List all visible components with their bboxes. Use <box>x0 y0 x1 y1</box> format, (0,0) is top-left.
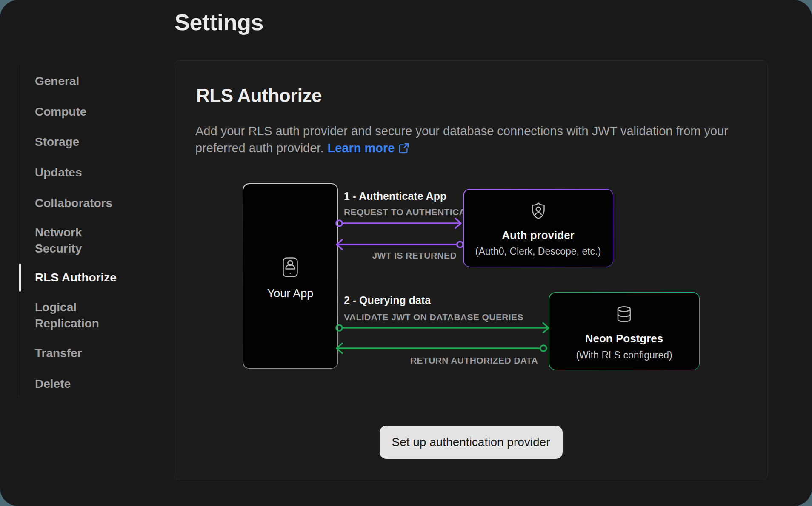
sidebar-item-label: Security <box>35 241 150 257</box>
sidebar-rule <box>20 65 20 397</box>
return-data-arrow <box>330 340 549 357</box>
your-app-box: Your App <box>243 183 338 369</box>
sidebar-active-indicator <box>19 264 21 292</box>
sidebar-item-rls-authorize[interactable]: RLS Authorize <box>35 270 150 286</box>
sidebar-item-updates[interactable]: Updates <box>35 165 150 181</box>
settings-window: Settings GeneralComputeStorageUpdatesCol… <box>0 0 812 506</box>
sidebar-item-transfer[interactable]: Transfer <box>35 345 150 361</box>
auth-provider-box: Auth provider (Auth0, Clerk, Descope, et… <box>463 189 613 267</box>
rls-flow-diagram: Your App 1 - Authenticate App REQUEST TO… <box>174 61 768 480</box>
request-authenticate-arrow <box>333 215 463 232</box>
sidebar-item-storage[interactable]: Storage <box>35 134 150 150</box>
sidebar-item-network-security[interactable]: NetworkSecurity <box>35 225 150 257</box>
database-icon <box>615 306 633 325</box>
neon-postgres-subtitle: (With RLS configured) <box>576 349 672 361</box>
sidebar-item-label: Replication <box>35 316 150 332</box>
sidebar-item-label: Storage <box>35 134 150 150</box>
sidebar-item-label: Network <box>35 225 150 241</box>
sidebar-item-label: Transfer <box>35 345 150 361</box>
sidebar-item-general[interactable]: General <box>35 73 150 89</box>
neon-postgres-box: Neon Postgres (With RLS configured) <box>549 292 700 370</box>
sidebar-item-label: Compute <box>35 104 150 120</box>
auth-provider-subtitle: (Auth0, Clerk, Descope, etc.) <box>475 245 601 257</box>
sidebar-item-label: Collaborators <box>35 195 150 211</box>
your-app-label: Your App <box>267 287 314 300</box>
neon-postgres-title: Neon Postgres <box>585 332 663 345</box>
sidebar-item-label: Logical <box>35 299 150 316</box>
sidebar-item-label: Delete <box>35 376 150 392</box>
validate-jwt-arrow <box>333 319 551 336</box>
sidebar-item-compute[interactable]: Compute <box>35 104 150 120</box>
sidebar-item-logical-replication[interactable]: LogicalReplication <box>35 299 150 332</box>
mobile-user-icon <box>283 257 298 279</box>
page-title: Settings <box>174 9 263 36</box>
sidebar-item-label: General <box>35 73 150 89</box>
sidebar-item-label: Updates <box>35 165 150 181</box>
sidebar-item-label: RLS Authorize <box>35 270 150 286</box>
sidebar-item-delete[interactable]: Delete <box>35 376 150 392</box>
rls-authorize-card: RLS Authorize Add your RLS auth provider… <box>174 60 768 480</box>
step2-title: 2 - Querying data <box>344 293 431 308</box>
sidebar-item-collaborators[interactable]: Collaborators <box>35 195 150 211</box>
setup-auth-provider-button[interactable]: Set up authentication provider <box>379 426 562 459</box>
auth-provider-title: Auth provider <box>502 228 574 242</box>
shield-user-icon <box>531 202 546 221</box>
jwt-returned-arrow <box>330 236 466 253</box>
settings-sidebar: GeneralComputeStorageUpdatesCollaborator… <box>0 0 162 506</box>
step1-title: 1 - Authenticate App <box>344 188 446 204</box>
